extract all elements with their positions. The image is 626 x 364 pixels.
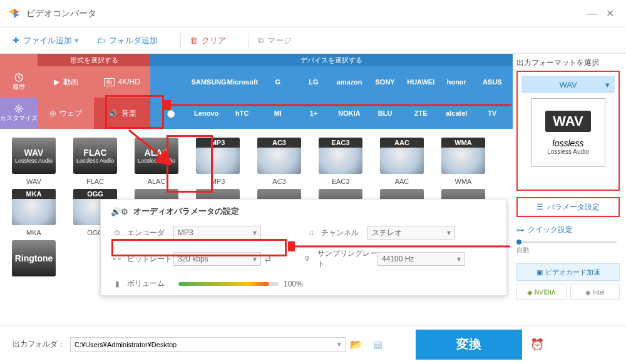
separator xyxy=(180,33,181,48)
add-folder-button[interactable]: 🗀 フォルダ追加 xyxy=(97,35,158,46)
minimize-button[interactable]: — xyxy=(583,5,601,23)
quick-slider[interactable] xyxy=(516,241,617,243)
parameter-settings-button[interactable]: ☰ パラメータ設定 xyxy=(516,197,620,217)
output-format-sub: Lossless Audio xyxy=(547,148,589,155)
separator xyxy=(249,33,249,48)
add-file-button[interactable]: ✚ ファイル追加 ▾ xyxy=(13,35,83,46)
encoder-select[interactable]: MP3 xyxy=(173,226,261,240)
bottombar: 出力フォルダ： C:¥Users¥Administrator¥Desktop▾ … xyxy=(0,325,626,363)
clear-label: クリア xyxy=(202,35,226,46)
brand-18[interactable]: alcatel xyxy=(441,109,471,117)
volume-label: ボリューム xyxy=(127,278,173,289)
brand-4[interactable]: LG xyxy=(299,78,329,86)
format-flac[interactable]: FLACLossless AudioFLAC xyxy=(70,138,120,185)
brand-6[interactable]: SONY xyxy=(370,78,400,86)
brand-9[interactable]: ASUS xyxy=(477,78,507,86)
brand-7[interactable]: HUAWEI xyxy=(406,78,436,86)
trash-icon: 🗑 xyxy=(190,36,198,45)
speaker-icon: 🔊 xyxy=(108,109,118,118)
convert-button[interactable]: 変換 xyxy=(416,330,522,360)
channel-label: チャンネル xyxy=(321,228,367,238)
quick-settings-button[interactable]: ⊶クイック設定 xyxy=(516,225,620,235)
device-brand-row-1: SAMSUNGMicrosoftGLGamazonSONYHUAWEIhonor… xyxy=(150,66,513,98)
merge-icon: ⧉ xyxy=(258,36,264,46)
gear-icon xyxy=(14,104,24,114)
brand-17[interactable]: ZTE xyxy=(406,109,436,117)
folder-plus-icon: 🗀 xyxy=(97,36,105,45)
customize-button[interactable]: カスタマイズ xyxy=(0,98,38,129)
task-list-button[interactable]: ▤ xyxy=(367,338,388,350)
cat-4k-hd[interactable]: 4k4K/HD xyxy=(94,66,150,98)
app-logo-icon xyxy=(8,8,20,20)
clear-button[interactable]: 🗑 クリア xyxy=(190,35,226,46)
brand-12[interactable]: hTC xyxy=(227,109,257,117)
panel-title: オーディオパラメータの設定 xyxy=(133,206,239,217)
device-brand-row-2: ⬤LenovohTCMI1+NOKIABLUZTEalcatelTV xyxy=(150,98,513,129)
output-format-title: 出力フォーマットを選択 xyxy=(516,58,620,68)
encoder-label: エンコーダ xyxy=(127,228,173,238)
mic-icon: 🎙 xyxy=(301,255,314,263)
plus-icon: ✚ xyxy=(13,36,19,45)
channel-select[interactable]: ステレオ xyxy=(367,226,455,240)
cat-music[interactable]: 🔊音楽 xyxy=(94,98,150,129)
sliders-icon: ☰ xyxy=(536,203,543,211)
nvidia-icon: ◉ xyxy=(527,289,533,296)
output-folder-label: 出力フォルダ： xyxy=(13,339,65,350)
brand-8[interactable]: honor xyxy=(441,78,471,86)
brand-2[interactable]: Microsoft xyxy=(227,78,257,86)
merge-label: マージ xyxy=(267,35,292,46)
volume-icon: ▮ xyxy=(111,280,123,288)
format-mka[interactable]: MKAMKA xyxy=(9,189,59,236)
brand-19[interactable]: TV xyxy=(477,109,507,117)
link-icon[interactable]: ⇄ xyxy=(265,255,271,263)
close-button[interactable]: ✕ xyxy=(601,5,618,23)
titlebar: ビデオコンバータ — ✕ xyxy=(0,0,626,28)
merge-button[interactable]: ⧉ マージ xyxy=(258,35,292,46)
brand-15[interactable]: NOKIA xyxy=(334,109,364,117)
chrome-icon: ◎ xyxy=(49,109,56,118)
svg-point-1 xyxy=(18,108,20,110)
nvidia-tag[interactable]: ◉NVIDIA xyxy=(516,285,567,300)
output-format-brand: lossless xyxy=(553,138,584,148)
brand-5[interactable]: amazon xyxy=(334,78,364,86)
brand-1[interactable]: SAMSUNG xyxy=(192,78,222,86)
bitrate-icon: ∘∘ xyxy=(111,255,123,263)
format-ringtone[interactable]: Ringtone xyxy=(9,240,59,280)
tab-device[interactable]: デバイスを選択する xyxy=(150,54,513,66)
bitrate-select[interactable]: 320 kbps xyxy=(173,252,261,266)
output-folder-path[interactable]: C:¥Users¥Administrator¥Desktop▾ xyxy=(70,337,346,352)
speaker-gear-icon: 🔊⚙ xyxy=(111,207,128,216)
brand-14[interactable]: 1+ xyxy=(299,109,329,117)
toolbar: ✚ ファイル追加 ▾ 🗀 フォルダ追加 🗑 クリア ⧉ マージ xyxy=(0,28,626,54)
quick-slider-label: 自動 xyxy=(516,246,620,255)
format-wav[interactable]: WAVLossless AudioWAV xyxy=(9,138,59,185)
alarm-button[interactable]: ⏰ xyxy=(522,338,552,351)
format-alac[interactable]: ALACLossless AudioALAC xyxy=(131,138,182,185)
gpu-accel-button[interactable]: ▣ビデオカード加速 xyxy=(516,263,620,281)
history-button[interactable]: 履歴 xyxy=(0,66,38,98)
brand-10[interactable]: ⬤ xyxy=(156,109,186,118)
output-format-thumb: WAV lossless Lossless Audio xyxy=(531,98,605,167)
format-aac[interactable]: AACAAC xyxy=(377,138,427,185)
cat-web[interactable]: ◎ウェブ xyxy=(38,98,94,129)
format-wma[interactable]: WMAWMA xyxy=(438,138,488,185)
format-ac3[interactable]: AC3AC3 xyxy=(254,138,304,185)
brand-11[interactable]: Lenovo xyxy=(192,109,222,117)
format-mp3[interactable]: MP3MP3 xyxy=(193,138,243,185)
history-icon xyxy=(14,73,24,83)
output-format-select[interactable]: WAV xyxy=(521,76,615,93)
sample-select[interactable]: 44100 Hz xyxy=(377,252,465,266)
volume-slider[interactable] xyxy=(178,282,279,286)
intel-tag[interactable]: ◉Intel xyxy=(570,285,620,300)
format-eac3[interactable]: EAC3EAC3 xyxy=(316,138,366,185)
brand-13[interactable]: MI xyxy=(263,109,293,117)
open-folder-button[interactable]: 📂 xyxy=(346,338,367,350)
bolt-icon: ⊶ xyxy=(516,226,524,235)
tab-format[interactable]: 形式を選択する xyxy=(38,54,150,66)
brand-3[interactable]: G xyxy=(263,78,293,86)
chevron-down-icon[interactable]: ▾ xyxy=(74,36,83,45)
cat-video[interactable]: ▶動画 xyxy=(38,66,94,98)
brand-16[interactable]: BLU xyxy=(370,109,400,117)
chip-icon: ▣ xyxy=(536,268,543,276)
volume-value: 100% xyxy=(284,280,303,288)
